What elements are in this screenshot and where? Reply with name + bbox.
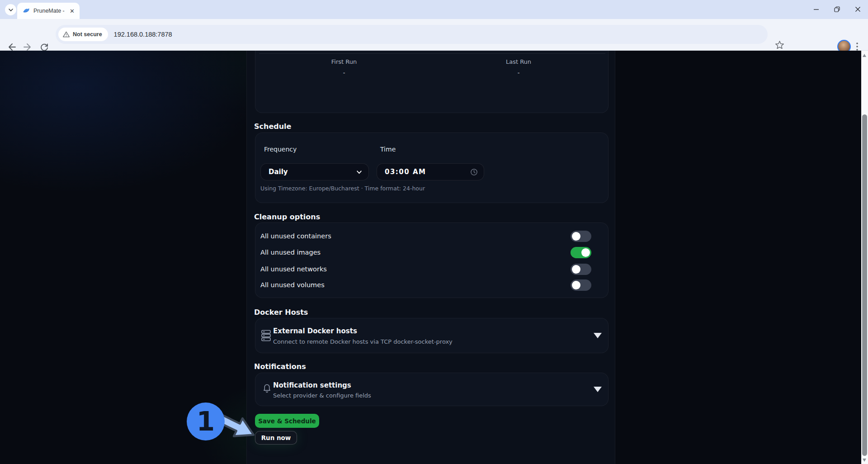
notifications-accordion[interactable] <box>255 373 609 406</box>
forward-icon <box>23 43 32 52</box>
tab-search-button[interactable] <box>5 4 16 15</box>
first-run-value: - <box>299 69 389 76</box>
frequency-label: Frequency <box>264 146 297 153</box>
bell-icon <box>263 384 271 393</box>
toggle-knob <box>581 248 590 257</box>
chevron-down-icon <box>356 169 362 175</box>
url-text: 192.168.0.188:7878 <box>114 31 172 38</box>
docker-hosts-heading: Docker Hosts <box>254 308 308 317</box>
prunemate-favicon <box>23 7 30 14</box>
window-minimize-button[interactable] <box>806 0 826 18</box>
star-icon <box>775 40 784 50</box>
notifications-heading: Notifications <box>254 362 306 371</box>
stats-divider <box>259 53 605 54</box>
last-run-value: - <box>473 69 564 76</box>
page-content: 0 Networks 0 Volumes First Run - Last Ru… <box>0 51 868 464</box>
annotation-step-number: 1 <box>197 408 215 435</box>
clock-icon[interactable] <box>470 168 478 176</box>
docker-hosts-title: External Docker hosts <box>273 327 357 335</box>
timezone-note: Using Timezone: Europe/Bucharest · Time … <box>260 185 425 192</box>
time-input[interactable]: 03:00 AM <box>377 163 484 180</box>
scrollbar-thumb[interactable] <box>862 114 867 456</box>
browser-toolbar: Not secure 192.168.0.188:7878 <box>0 19 868 51</box>
scroll-up-arrow-icon[interactable] <box>863 54 866 57</box>
warning-icon <box>63 31 70 38</box>
tab-close-icon[interactable]: ✕ <box>68 7 76 15</box>
kebab-icon <box>856 43 858 51</box>
expand-caret-icon[interactable] <box>594 333 602 338</box>
cleanup-row-volumes: All unused volumes <box>260 279 603 291</box>
notifications-subtitle: Select provider & configure fields <box>273 392 371 399</box>
stats-card: 0 Networks 0 Volumes First Run - Last Ru… <box>255 51 609 113</box>
schedule-heading: Schedule <box>254 122 291 131</box>
cleanup-row-containers: All unused containers <box>260 230 603 242</box>
toggle-unused-volumes[interactable] <box>571 279 591 291</box>
toggle-knob <box>572 281 580 289</box>
toggle-knob <box>572 232 580 241</box>
security-chip[interactable]: Not secure <box>58 28 108 41</box>
tab-prunemate[interactable]: PruneMate - ✕ <box>17 3 80 19</box>
minimize-icon <box>813 6 819 12</box>
toggle-unused-containers[interactable] <box>571 231 591 242</box>
annotation-step-circle: 1 <box>187 402 225 440</box>
frequency-value: Daily <box>269 168 356 176</box>
close-icon <box>855 6 861 12</box>
cleanup-row-images: All unused images <box>260 246 603 258</box>
cleanup-heading: Cleanup options <box>254 213 320 221</box>
tab-strip: PruneMate - ✕ <box>0 0 868 19</box>
save-schedule-button[interactable]: Save & Schedule <box>255 414 319 428</box>
first-run-label: First Run <box>299 58 389 65</box>
restore-icon <box>834 6 840 12</box>
docker-hosts-accordion[interactable] <box>255 318 609 353</box>
expand-caret-icon[interactable] <box>594 387 602 392</box>
frequency-select[interactable]: Daily <box>260 163 369 180</box>
window-close-button[interactable] <box>847 0 868 18</box>
time-label: Time <box>380 146 396 153</box>
first-run-block: First Run - <box>299 58 389 76</box>
scroll-down-arrow-icon[interactable] <box>863 459 866 462</box>
browser-window: PruneMate - ✕ Not se <box>0 0 868 464</box>
toggle-unused-networks[interactable] <box>571 264 591 275</box>
cleanup-label: All unused containers <box>260 232 603 240</box>
docker-hosts-subtitle: Connect to remote Docker hosts via TCP d… <box>273 338 453 345</box>
page-scrollbar[interactable] <box>861 51 868 464</box>
chevron-down-icon <box>8 7 14 13</box>
back-icon <box>7 43 16 52</box>
time-value: 03:00 AM <box>385 168 470 176</box>
bookmark-button[interactable] <box>775 40 784 52</box>
address-bar[interactable]: Not secure 192.168.0.188:7878 <box>56 25 768 44</box>
tab-title: PruneMate - <box>33 8 68 14</box>
toggle-knob <box>572 265 580 274</box>
last-run-label: Last Run <box>473 58 564 65</box>
cleanup-row-networks: All unused networks <box>260 263 603 275</box>
toggle-unused-images[interactable] <box>571 247 591 258</box>
window-restore-button[interactable] <box>826 0 847 18</box>
cleanup-label: All unused volumes <box>260 281 603 289</box>
server-stack-icon <box>261 330 271 341</box>
notifications-title: Notification settings <box>273 381 351 389</box>
cleanup-label: All unused networks <box>260 265 603 273</box>
reload-icon <box>40 43 49 52</box>
cleanup-label: All unused images <box>260 249 603 256</box>
security-label: Not secure <box>73 31 102 38</box>
last-run-block: Last Run - <box>473 58 564 76</box>
